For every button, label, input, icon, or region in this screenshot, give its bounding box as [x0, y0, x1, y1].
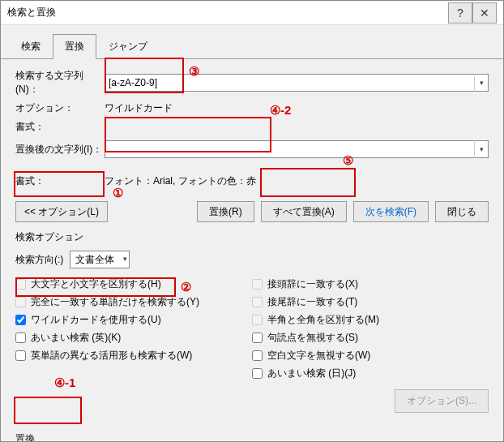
checkbox-input-punct[interactable]: [252, 333, 263, 343]
checkbox-input-case: [15, 279, 26, 290]
checkbox-label: 英単語の異なる活用形も検索する(W): [31, 349, 192, 363]
tab-jump[interactable]: ジャンプ: [96, 34, 160, 59]
checkbox-punct[interactable]: 句読点を無視する(S): [252, 331, 489, 345]
find-format-label: 書式：: [15, 120, 105, 134]
checkbox-input-prefix: [252, 279, 263, 290]
checkbox-prefix: 接頭辞に一致する(X): [252, 277, 489, 291]
window-title: 検索と置換: [7, 6, 448, 19]
checkbox-label: ワイルドカードを使用する(U): [31, 313, 161, 327]
replace-all-button[interactable]: すべて置換(A): [261, 201, 347, 222]
close-icon[interactable]: ✕: [472, 2, 497, 24]
checkbox-label: あいまい検索 (英)(K): [31, 331, 121, 345]
find-option-label: オプション：: [15, 101, 105, 115]
find-label: 検索する文字列(N)：: [15, 69, 105, 97]
options-toggle-button[interactable]: << オプション(L): [15, 201, 108, 222]
chevron-down-icon[interactable]: ▾: [474, 140, 489, 158]
checkbox-label: 接尾辞に一致する(T): [267, 295, 357, 309]
help-icon[interactable]: ?: [448, 2, 472, 24]
tab-replace[interactable]: 置換: [53, 34, 96, 59]
checkbox-input-space[interactable]: [252, 350, 263, 361]
direction-label: 検索方向(:): [15, 253, 63, 267]
checkbox-label: 半角と全角を区別する(M): [267, 313, 379, 327]
replace-format-label: 書式：: [15, 174, 105, 188]
checkbox-label: 句読点を無視する(S): [267, 331, 358, 345]
search-options-title: 検索オプション: [15, 230, 489, 244]
checkbox-input-suffix: [252, 297, 263, 307]
checkbox-fuzzyJ[interactable]: あいまい検索 (日)(J): [252, 367, 489, 380]
checkbox-width: 半角と全角を区別する(M): [252, 313, 489, 327]
options-left-column: 大文字と小文字を区別する(H)完全に一致する単語だけを検索する(Y)ワイルドカー…: [15, 273, 252, 384]
checkbox-fuzzy[interactable]: あいまい検索 (英)(K): [15, 331, 252, 345]
replace-format-value: フォント：Arial, フォントの色：赤: [105, 174, 256, 188]
find-next-button[interactable]: 次を検索(F): [353, 201, 429, 222]
replace-button[interactable]: 置換(R): [197, 201, 254, 222]
checkbox-label: 接頭辞に一致する(X): [267, 277, 358, 291]
checkbox-input-fuzzyJ[interactable]: [252, 368, 263, 379]
chevron-down-icon[interactable]: ▾: [123, 255, 127, 263]
checkbox-wildcard[interactable]: ワイルドカードを使用する(U): [15, 313, 252, 327]
direction-value: 文書全体: [75, 253, 114, 267]
checkbox-label: 大文字と小文字を区別する(H): [31, 277, 161, 291]
checkbox-whole: 完全に一致する単語だけを検索する(Y): [15, 295, 252, 309]
chevron-down-icon[interactable]: ▾: [474, 74, 489, 92]
checkbox-case: 大文字と小文字を区別する(H): [15, 277, 252, 291]
find-input[interactable]: [a-zA-Z0-9] ▾: [105, 74, 489, 92]
checkbox-input-forms[interactable]: [15, 350, 26, 361]
checkbox-label: 空白文字を無視する(W): [267, 349, 370, 363]
replace-input[interactable]: ▾: [105, 140, 489, 158]
tab-bar: 検索 置換 ジャンプ: [1, 25, 503, 59]
tab-search[interactable]: 検索: [9, 34, 53, 59]
checkbox-forms[interactable]: 英単語の異なる活用形も検索する(W): [15, 349, 252, 363]
find-value: [a-zA-Z0-9]: [109, 77, 157, 88]
checkbox-input-whole: [15, 297, 26, 307]
checkbox-suffix: 接尾辞に一致する(T): [252, 295, 489, 309]
find-option-value: ワイルドカード: [105, 101, 173, 115]
checkbox-input-width: [252, 315, 263, 325]
replace-label: 置換後の文字列(I)：: [15, 143, 105, 157]
close-button[interactable]: 閉じる: [435, 201, 489, 222]
direction-select[interactable]: 文書全体 ▾: [70, 251, 130, 268]
checkbox-label: 完全に一致する単語だけを検索する(Y): [31, 295, 199, 309]
checkbox-label: あいまい検索 (日)(J): [267, 367, 356, 380]
checkbox-space[interactable]: 空白文字を無視する(W): [252, 349, 489, 363]
fuzzy-options-button: オプション(S)...: [395, 389, 489, 413]
replace-section-title: 置換: [15, 432, 489, 442]
options-right-column: 接頭辞に一致する(X)接尾辞に一致する(T)半角と全角を区別する(M)句読点を無…: [252, 273, 489, 384]
checkbox-input-fuzzy[interactable]: [15, 333, 26, 343]
checkbox-input-wildcard[interactable]: [15, 315, 26, 325]
